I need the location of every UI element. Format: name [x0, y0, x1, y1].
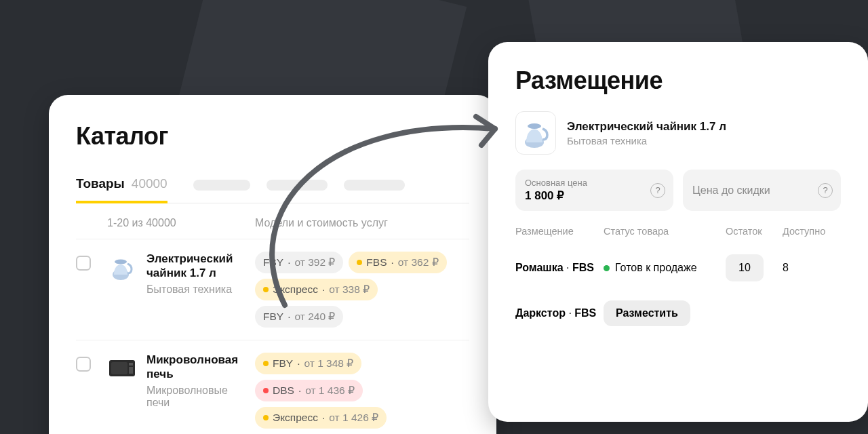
- tab-placeholder: [267, 180, 328, 191]
- warehouse-model: FBS: [572, 262, 594, 273]
- model-chip[interactable]: Экспресс · от 338 ₽: [255, 279, 378, 300]
- main-price-label: Основная цена: [525, 178, 664, 188]
- warehouse-name: Ромашка: [515, 262, 564, 273]
- placement-row: Ромашка · FBS Готов к продаже 10 8: [515, 245, 841, 291]
- column-headers: 1-20 из 40000 Модели и стоимость услуг: [76, 203, 469, 239]
- model-chip[interactable]: FBY · от 1 348 ₽: [255, 353, 361, 374]
- table-row: Микроволновая печь Микроволновые печи FB…: [76, 340, 469, 434]
- main-price-value: 1 800 ₽: [525, 189, 664, 203]
- product-name: Электрический чайник 1.7 л: [146, 252, 247, 281]
- kettle-icon: [107, 252, 137, 283]
- svg-point-1: [115, 260, 127, 264]
- placement-product-name: Электрический чайник 1.7 л: [567, 120, 726, 134]
- model-chip[interactable]: FBY · от 240 ₽: [255, 306, 343, 328]
- col-available: Доступно: [783, 226, 844, 237]
- status-dot-icon: [604, 265, 610, 271]
- row-checkbox[interactable]: [76, 357, 91, 372]
- available-value: 8: [783, 262, 844, 274]
- model-chip[interactable]: DBS · от 1 436 ₽: [255, 380, 363, 401]
- column-models: Модели и стоимость услуг: [255, 217, 469, 229]
- product-category: Бытовая техника: [146, 283, 247, 296]
- kettle-icon: [515, 111, 556, 155]
- svg-rect-4: [129, 363, 133, 366]
- svg-point-7: [528, 123, 541, 129]
- pagination-label: 1-20 из 40000: [107, 217, 255, 229]
- catalog-panel: Каталог Товары 40000 1-20 из 40000 Модел…: [49, 95, 496, 434]
- tab-placeholder: [344, 180, 405, 191]
- discount-price-placeholder: Цена до скидки: [692, 184, 831, 197]
- warehouse-name: Даркстор: [515, 307, 566, 319]
- catalog-title: Каталог: [76, 122, 469, 151]
- model-chips: FBY · от 1 348 ₽ DBS · от 1 436 ₽ Экспре…: [255, 353, 469, 434]
- col-stock: Остаток: [726, 226, 783, 237]
- status-text: Готов к продаже: [615, 262, 697, 274]
- model-chip[interactable]: Экспресс · от 1 426 ₽: [255, 407, 387, 429]
- product-category: Микроволновые печи: [146, 384, 247, 409]
- placement-panel: Размещение Электрический чайник 1.7 л Бы…: [488, 42, 868, 422]
- tab-products[interactable]: Товары 40000: [76, 167, 167, 203]
- warehouse-model: FBS: [574, 307, 596, 319]
- tab-products-label: Товары: [76, 176, 125, 191]
- stock-input[interactable]: 10: [726, 254, 764, 281]
- svg-rect-5: [129, 367, 133, 374]
- svg-rect-3: [111, 362, 127, 374]
- row-checkbox[interactable]: [76, 256, 91, 271]
- microwave-icon: [107, 353, 137, 384]
- model-chip[interactable]: FBY · от 392 ₽: [255, 252, 343, 273]
- placement-column-headers: Размещение Статус товара Остаток Доступн…: [515, 226, 841, 245]
- model-chips: FBY · от 392 ₽ FBS · от 362 ₽ Экспресс ·…: [255, 252, 469, 328]
- discount-price-input[interactable]: Цена до скидки ?: [683, 170, 841, 211]
- status-dot-icon: [263, 388, 269, 393]
- status-dot-icon: [263, 361, 269, 366]
- placement-title: Размещение: [515, 66, 841, 95]
- product-header: Электрический чайник 1.7 л Бытовая техни…: [515, 111, 841, 155]
- tabs: Товары 40000: [76, 167, 469, 203]
- placement-product-category: Бытовая техника: [567, 135, 726, 146]
- help-icon[interactable]: ?: [818, 183, 833, 198]
- status-dot-icon: [357, 260, 362, 265]
- placement-row: Даркстор · FBS Разместить: [515, 291, 841, 336]
- place-button[interactable]: Разместить: [604, 300, 690, 326]
- tab-products-count: 40000: [132, 176, 167, 191]
- col-placement: Размещение: [515, 226, 604, 237]
- product-name: Микроволновая печь: [146, 353, 247, 382]
- tab-placeholder: [193, 180, 250, 191]
- status-dot-icon: [263, 287, 269, 292]
- model-chip[interactable]: FBS · от 362 ₽: [349, 252, 446, 273]
- main-price-input[interactable]: Основная цена 1 800 ₽ ?: [515, 170, 673, 211]
- table-row: Электрический чайник 1.7 л Бытовая техни…: [76, 239, 469, 340]
- help-icon[interactable]: ?: [650, 183, 665, 198]
- col-status: Статус товара: [604, 226, 726, 237]
- status-dot-icon: [263, 415, 269, 420]
